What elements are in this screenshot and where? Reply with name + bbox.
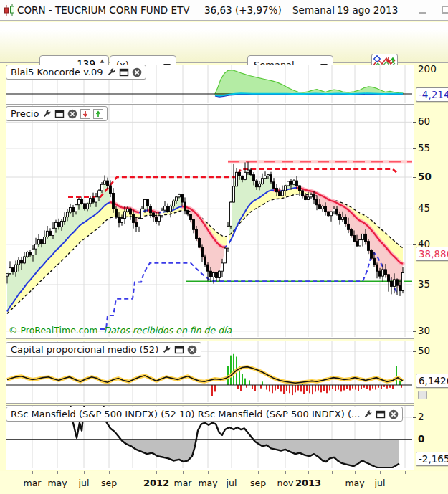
volume-bar-red (335, 385, 336, 391)
volume-bar-red (272, 385, 273, 393)
time-tick (109, 471, 110, 474)
time-tick (258, 471, 259, 474)
timeframe-label: Semanal (292, 4, 335, 16)
time-tick (133, 471, 133, 474)
volume-bar-red (358, 385, 359, 391)
time-axis-label: may (198, 478, 217, 488)
time-tick (156, 471, 157, 474)
volume-bar-red (254, 385, 256, 391)
koncorde-blue-line (215, 94, 403, 96)
volume-bar-red (366, 385, 368, 389)
wrench-icon[interactable] (363, 409, 373, 419)
data-note-text: Datos recibidos en fin de día (104, 325, 232, 336)
volume-bar-red (332, 385, 333, 389)
axis-tick (413, 351, 416, 352)
mansfield-panel-title: RSc Mansfield (S&P 500 INDEX) (52 10) RS… (11, 409, 360, 419)
volume-bar-red (346, 385, 348, 389)
capital-value-box: 6,1426 (416, 374, 448, 388)
price-panel-label: Precio (6, 106, 108, 121)
time-axis: marmayjulsep2012marmayjulsepnov2013mayju… (0, 471, 448, 494)
precio-axis-label: 35 (418, 278, 430, 290)
koncorde-axis-label: 200 (418, 63, 437, 75)
volume-bar-red (323, 385, 325, 391)
volume-bar-red (352, 385, 353, 389)
volume-bar-red (338, 385, 339, 390)
axis-tick (413, 244, 416, 245)
price-panel-title: Precio (11, 108, 39, 119)
price-value-box: 38,886 (416, 247, 448, 261)
wrench-icon[interactable] (42, 109, 52, 119)
koncorde-green-area (215, 70, 403, 94)
last-price-and-change: 36,63 (+3,97%) (204, 4, 282, 16)
wrench-icon[interactable] (161, 345, 171, 355)
time-axis-label: mar (174, 478, 192, 488)
time-tick (380, 471, 381, 474)
volume-bar-red (318, 385, 319, 391)
volume-bar-green (230, 356, 232, 385)
capital-line-glow (7, 367, 403, 384)
detach-window-icon[interactable] (119, 67, 129, 77)
koncorde-panel-title: Blai5 Koncorde v.09 (11, 67, 103, 77)
volume-bar-green (244, 379, 246, 385)
detach-window-icon[interactable] (174, 345, 184, 355)
time-tick (183, 471, 184, 474)
time-axis-label: jul (227, 478, 237, 488)
volume-bar-red (292, 385, 293, 395)
volume-bar-red (375, 385, 376, 390)
time-axis-label: sep (250, 478, 266, 488)
close-icon[interactable] (67, 109, 77, 119)
capital-panel-label: Capital proporcional medio (52) (6, 342, 201, 357)
window-titlebar: CORN - TEUCRIUM CORN FUND ETV 36,63 (+3,… (0, 0, 448, 21)
volume-bar-green (396, 366, 397, 385)
volume-bar-green (249, 380, 250, 385)
move-panel-up-icon[interactable] (93, 109, 103, 119)
axis-tick (413, 285, 416, 285)
volume-bar-red (266, 385, 267, 390)
volume-bar-red (295, 385, 296, 392)
close-icon[interactable] (132, 67, 142, 77)
volume-bar-red (280, 385, 282, 391)
volume-bar-red (237, 385, 239, 389)
time-tick (308, 471, 309, 474)
wrench-icon[interactable] (106, 67, 116, 77)
capital-axis-label: 50 (418, 345, 430, 356)
koncorde-panel-label: Blai5 Koncorde v.09 (6, 65, 146, 80)
time-tick (285, 471, 286, 474)
volume-bar-red (240, 385, 242, 391)
date-label: 19 ago 2013 (337, 4, 398, 16)
maximize-button[interactable] (442, 6, 448, 14)
volume-bar-red (289, 385, 290, 393)
axis-tick (413, 177, 416, 178)
time-axis-label: may (345, 478, 364, 488)
axis-tick (413, 148, 416, 149)
close-icon[interactable] (187, 345, 197, 355)
mansfield-panel-label: RSc Mansfield (S&P 500 INDEX) (52 10) RS… (6, 407, 403, 422)
price-panel-plot[interactable] (6, 105, 414, 339)
detach-window-icon[interactable] (376, 409, 386, 419)
axis-tick (413, 122, 416, 123)
volume-bar-red (315, 385, 316, 391)
volume-bar-red (306, 385, 308, 391)
move-panel-down-icon[interactable] (80, 109, 90, 119)
close-icon[interactable] (389, 409, 399, 419)
volume-bar-red (283, 385, 285, 394)
minimize-button[interactable] (419, 12, 426, 14)
volume-bar-red (277, 385, 279, 389)
time-axis-label: 2013 (295, 478, 321, 488)
volume-bar-red (320, 385, 322, 392)
time-tick (57, 471, 58, 474)
time-axis-label: sep (101, 478, 117, 488)
precio-axis-label: 30 (418, 325, 430, 336)
axis-resize-handle[interactable] (418, 391, 427, 399)
volume-bar-red (297, 385, 299, 391)
volume-bar-red (343, 385, 345, 391)
mansfield-negative-fill (69, 440, 399, 468)
trailing-stop-blue-dashed (100, 253, 399, 329)
watermark: © ProRealTime.comDatos recibidos en fin … (9, 325, 232, 336)
volume-bar-red (326, 385, 328, 393)
volume-bar-red (386, 385, 388, 389)
axis-tick (413, 70, 416, 70)
time-axis-label: nov (277, 478, 294, 488)
detach-window-icon[interactable] (54, 109, 65, 119)
volume-bar-green (242, 374, 243, 385)
